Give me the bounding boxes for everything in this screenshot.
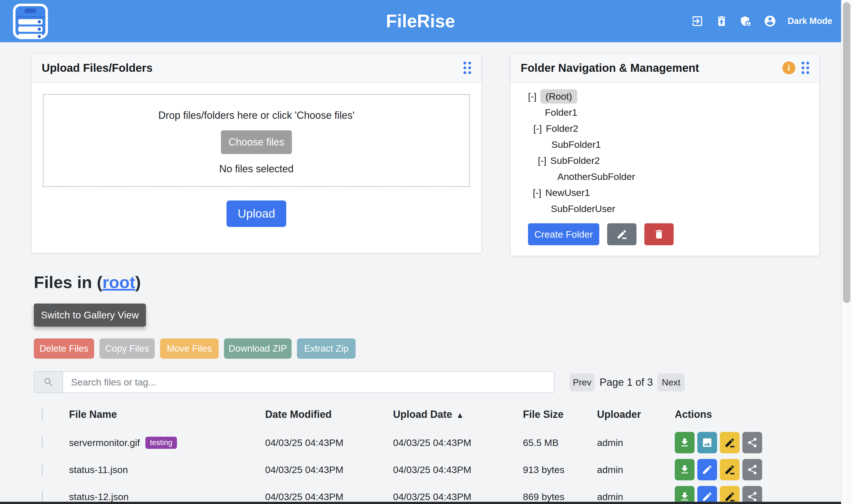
edit-button[interactable] <box>697 486 717 504</box>
switch-gallery-view-button[interactable]: Switch to Gallery View <box>34 304 146 327</box>
page-scrollbar[interactable] <box>841 0 852 504</box>
tree-node-subfolder2[interactable]: SubFolder2 <box>550 155 600 166</box>
logo-bar <box>18 26 42 32</box>
extract-zip-button[interactable]: Extract Zip <box>297 339 355 359</box>
drag-handle-icon[interactable] <box>802 62 809 74</box>
info-icon[interactable]: i <box>782 61 795 74</box>
rename-pencil-icon <box>724 464 735 475</box>
files-heading-prefix: Files in ( <box>34 273 102 292</box>
page-indicator: Page 1 of 3 <box>599 373 653 391</box>
files-heading: Files in (root) <box>34 273 141 292</box>
rename-pencil-icon <box>616 229 627 240</box>
next-page-button[interactable]: Next <box>658 373 685 391</box>
user-profile-button[interactable] <box>764 15 777 28</box>
tree-node-newuser1[interactable]: NewUser1 <box>545 187 590 198</box>
preview-image-button[interactable] <box>697 432 717 453</box>
tree-node-folder2[interactable]: Folder2 <box>546 123 578 134</box>
tree-node-anothersubfolder[interactable]: AnotherSubFolder <box>557 171 635 182</box>
restore-trash-button[interactable] <box>715 15 728 28</box>
upload-card-title: Upload Files/Folders <box>42 62 153 74</box>
dark-mode-toggle[interactable]: Dark Mode <box>788 16 832 26</box>
image-icon <box>701 437 713 448</box>
row-checkbox[interactable] <box>42 437 43 449</box>
table-header-row: File Name Date Modified Upload Date▲ Fil… <box>34 406 820 424</box>
share-button[interactable] <box>743 459 762 480</box>
move-files-button[interactable]: Move Files <box>160 339 219 359</box>
download-button[interactable] <box>675 486 695 504</box>
sort-ascending-icon: ▲ <box>456 411 464 419</box>
file-name[interactable]: servermonitor.gif <box>69 437 140 448</box>
search-input[interactable] <box>63 371 555 393</box>
column-date-modified[interactable]: Date Modified <box>265 409 393 420</box>
no-files-text: No files selected <box>219 163 294 175</box>
tree-row: [-] SubFolder2 <box>528 152 819 169</box>
bulk-actions-row: Delete Files Copy Files Move Files Downl… <box>34 339 355 359</box>
column-file-size[interactable]: File Size <box>523 409 597 420</box>
copy-files-button[interactable]: Copy Files <box>100 339 155 359</box>
file-dropzone[interactable]: Drop files/folders here or click 'Choose… <box>43 94 470 187</box>
logo-divider <box>16 16 45 18</box>
tree-node-folder1[interactable]: Folder1 <box>545 107 577 118</box>
delete-folder-button[interactable] <box>644 223 674 245</box>
admin-panel-button[interactable] <box>739 15 752 28</box>
prev-page-button[interactable]: Prev <box>570 373 594 391</box>
upload-button[interactable]: Upload <box>227 200 286 227</box>
trash-icon <box>654 229 665 240</box>
logo-bar <box>18 34 42 39</box>
tree-toggle[interactable]: [-] <box>533 187 541 198</box>
select-all-checkbox[interactable] <box>42 408 43 421</box>
upload-date: 04/03/25 04:43PM <box>393 437 523 448</box>
date-modified: 04/03/25 04:43PM <box>265 464 393 475</box>
root-folder-link[interactable]: root <box>102 273 135 292</box>
delete-files-button[interactable]: Delete Files <box>34 339 94 359</box>
tree-toggle[interactable]: [-] <box>528 91 536 102</box>
column-uploader[interactable]: Uploader <box>597 409 675 420</box>
download-zip-button[interactable]: Download ZIP <box>224 339 292 359</box>
file-name[interactable]: status-11.json <box>69 464 128 475</box>
row-checkbox[interactable] <box>42 491 43 503</box>
app-logo[interactable] <box>13 4 48 39</box>
file-name[interactable]: status-12.json <box>69 491 129 502</box>
row-checkbox[interactable] <box>42 464 43 475</box>
scrollbar-thumb[interactable] <box>843 2 850 303</box>
folder-tree: [-] (Root) Folder1 [-] Folder2 SubFolder… <box>510 83 819 217</box>
tree-node-subfolder1[interactable]: SubFolder1 <box>551 139 601 150</box>
restore-from-trash-icon <box>715 15 728 28</box>
tree-node-root[interactable]: (Root) <box>540 89 577 104</box>
tree-row: [-] Folder2 <box>528 121 819 137</box>
column-file-name[interactable]: File Name <box>69 409 265 420</box>
date-modified: 04/03/25 04:43PM <box>265 491 393 502</box>
share-button[interactable] <box>743 432 762 453</box>
folder-navigation-card: Folder Navigation & Management i [-] (Ro… <box>510 53 820 256</box>
share-button[interactable] <box>743 486 762 504</box>
rename-button[interactable] <box>720 432 740 453</box>
admin-shield-icon <box>739 15 752 28</box>
drag-handle-icon[interactable] <box>464 62 471 74</box>
uploader: admin <box>597 491 675 502</box>
tree-toggle[interactable]: [-] <box>538 155 546 166</box>
download-button[interactable] <box>675 459 695 480</box>
tree-toggle[interactable]: [-] <box>533 123 542 134</box>
rename-button[interactable] <box>720 486 740 504</box>
table-row: servermonitor.giftesting 04/03/25 04:43P… <box>34 429 820 456</box>
choose-files-button[interactable]: Choose files <box>221 130 292 154</box>
search-addon <box>34 371 63 393</box>
file-size: 65.5 MB <box>523 437 597 448</box>
tree-node-subfolderuser[interactable]: SubFolderUser <box>551 203 615 214</box>
edit-pencil-icon <box>701 464 713 475</box>
rename-folder-button[interactable] <box>607 223 637 245</box>
download-button[interactable] <box>675 432 695 453</box>
edit-button[interactable] <box>697 459 717 480</box>
tree-row: SubFolder1 <box>528 137 819 152</box>
edit-pencil-icon <box>701 491 713 502</box>
page-title: FileRise <box>386 11 455 32</box>
tree-row: Folder1 <box>528 105 819 121</box>
folder-actions: Create Folder <box>528 223 674 245</box>
logout-button[interactable] <box>691 15 704 28</box>
share-icon <box>747 464 758 475</box>
rename-button[interactable] <box>720 459 740 480</box>
create-folder-button[interactable]: Create Folder <box>528 223 599 245</box>
table-row: status-12.json 04/03/25 04:43PM 04/03/25… <box>34 483 820 504</box>
logout-icon <box>691 15 704 28</box>
column-upload-date[interactable]: Upload Date▲ <box>393 409 523 420</box>
